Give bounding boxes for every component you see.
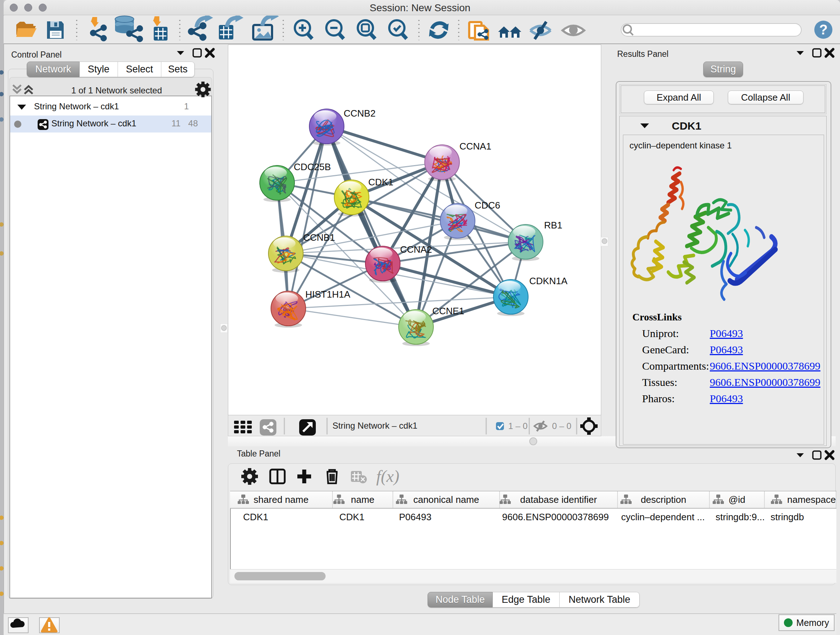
svg-text:f(x): f(x) <box>376 467 399 486</box>
